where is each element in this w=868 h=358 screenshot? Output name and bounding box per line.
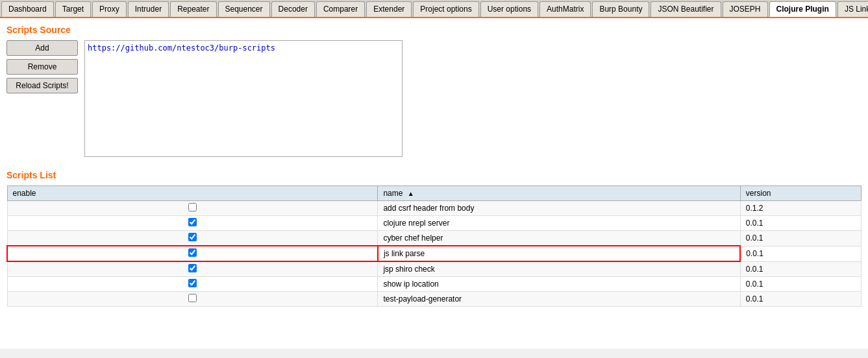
version-cell-0: 0.1.2 bbox=[740, 201, 861, 216]
source-textarea[interactable] bbox=[84, 40, 403, 157]
enable-cell-5 bbox=[7, 277, 378, 292]
enable-checkbox-2[interactable] bbox=[188, 233, 197, 241]
tab-project-options[interactable]: Project options bbox=[413, 1, 478, 17]
enable-cell-2 bbox=[7, 231, 378, 246]
table-row: test-payload-generator0.0.1 bbox=[7, 292, 862, 307]
table-row: jsp shiro check0.0.1 bbox=[7, 261, 862, 277]
version-cell-5: 0.0.1 bbox=[740, 277, 861, 292]
enable-cell-1 bbox=[7, 216, 378, 231]
name-cell-1: clojure nrepl server bbox=[378, 216, 740, 231]
tab-dashboard[interactable]: Dashboard bbox=[1, 1, 54, 17]
tab-repeater[interactable]: Repeater bbox=[170, 1, 216, 17]
name-cell-6: test-payload-generator bbox=[378, 292, 740, 307]
col-header-version: version bbox=[740, 186, 861, 201]
tab-comparer[interactable]: Comparer bbox=[316, 1, 365, 17]
enable-checkbox-5[interactable] bbox=[188, 279, 197, 287]
add-button[interactable]: Add bbox=[6, 40, 78, 56]
tab-target[interactable]: Target bbox=[55, 1, 91, 17]
scripts-list-title: Scripts List bbox=[6, 170, 862, 180]
tab-js-links[interactable]: JS Links bbox=[837, 1, 868, 17]
enable-cell-6 bbox=[7, 292, 378, 307]
enable-checkbox-4[interactable] bbox=[188, 264, 197, 272]
reload-button[interactable]: Reload Scripts! bbox=[6, 78, 78, 93]
main-content: Scripts Source Add Remove Reload Scripts… bbox=[0, 18, 868, 349]
version-cell-2: 0.0.1 bbox=[740, 231, 861, 246]
tab-bar: DashboardTargetProxyIntruderRepeaterSequ… bbox=[0, 0, 868, 18]
enable-cell-4 bbox=[7, 261, 378, 277]
table-header-row: enable name ▲ version bbox=[7, 186, 862, 201]
scripts-table-body: add csrf header from body0.1.2clojure nr… bbox=[7, 201, 862, 307]
name-cell-3: js link parse bbox=[378, 246, 740, 261]
remove-button[interactable]: Remove bbox=[6, 59, 78, 75]
tab-burp-bounty[interactable]: Burp Bounty bbox=[592, 1, 649, 17]
version-cell-6: 0.0.1 bbox=[740, 292, 861, 307]
table-row: clojure nrepl server0.0.1 bbox=[7, 216, 862, 231]
tab-clojure-plugin[interactable]: Clojure Plugin bbox=[769, 1, 836, 17]
enable-checkbox-0[interactable] bbox=[188, 203, 197, 211]
table-row: cyber chef helper0.0.1 bbox=[7, 231, 862, 246]
tab-sequencer[interactable]: Sequencer bbox=[218, 1, 270, 17]
enable-checkbox-3[interactable] bbox=[188, 248, 197, 257]
table-row: show ip location0.0.1 bbox=[7, 277, 862, 292]
scripts-source-section: Add Remove Reload Scripts! bbox=[6, 40, 862, 157]
enable-checkbox-6[interactable] bbox=[188, 294, 197, 302]
version-cell-3: 0.0.1 bbox=[740, 246, 861, 261]
enable-cell-0 bbox=[7, 201, 378, 216]
name-cell-5: show ip location bbox=[378, 277, 740, 292]
sort-icon: ▲ bbox=[408, 190, 414, 197]
version-cell-1: 0.0.1 bbox=[740, 216, 861, 231]
tab-decoder[interactable]: Decoder bbox=[271, 1, 315, 17]
version-cell-4: 0.0.1 bbox=[740, 261, 861, 277]
tab-extender[interactable]: Extender bbox=[366, 1, 412, 17]
scripts-source-title: Scripts Source bbox=[6, 25, 862, 35]
tab-joseph[interactable]: JOSEPH bbox=[723, 1, 768, 17]
name-cell-4: jsp shiro check bbox=[378, 261, 740, 277]
enable-checkbox-1[interactable] bbox=[188, 218, 197, 226]
tab-intruder[interactable]: Intruder bbox=[128, 1, 169, 17]
col-header-enable: enable bbox=[7, 186, 378, 201]
buttons-column: Add Remove Reload Scripts! bbox=[6, 40, 78, 157]
name-cell-0: add csrf header from body bbox=[378, 201, 740, 216]
col-header-name[interactable]: name ▲ bbox=[378, 186, 740, 201]
table-row: add csrf header from body0.1.2 bbox=[7, 201, 862, 216]
tab-authmatrix[interactable]: AuthMatrix bbox=[539, 1, 591, 17]
tab-proxy[interactable]: Proxy bbox=[92, 1, 127, 17]
tab-json-beautifier[interactable]: JSON Beautifier bbox=[651, 1, 721, 17]
enable-cell-3 bbox=[7, 246, 378, 261]
table-row: js link parse0.0.1 bbox=[7, 246, 862, 261]
scripts-list-section: Scripts List enable name ▲ version bbox=[6, 170, 862, 307]
name-cell-2: cyber chef helper bbox=[378, 231, 740, 246]
scripts-table: enable name ▲ version add csrf header fr… bbox=[6, 185, 862, 307]
tab-user-options[interactable]: User options bbox=[480, 1, 538, 17]
